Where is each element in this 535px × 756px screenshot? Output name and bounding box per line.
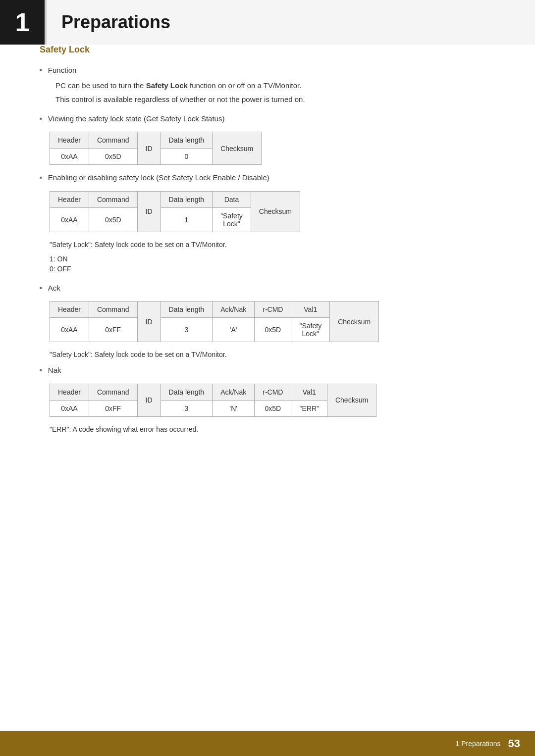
chapter-title: Preparations	[61, 12, 170, 33]
th-acknak-ack: Ack/Nak	[213, 302, 255, 318]
bullet-viewing: ■ Viewing the safety lock state (Get Saf…	[40, 113, 495, 125]
th-datalength-2: Data length	[160, 191, 213, 207]
td-n-nak: 'N'	[213, 400, 255, 416]
table-enabling: Header Command ID Data length Data Check…	[50, 191, 300, 232]
th-datalength-nak: Data length	[160, 384, 213, 400]
bullet-function: ■ Function	[40, 65, 495, 76]
td-0x5d-1: 0x5D	[89, 149, 137, 165]
th-data-2: Data	[213, 191, 251, 207]
td-0x5d-2: 0x5D	[89, 207, 137, 232]
page-footer: 1 Preparations 53	[0, 731, 535, 756]
chapter-title-box: Preparations	[45, 0, 535, 45]
note-safety-lock-code: "Safety Lock": Safety lock code to be se…	[50, 240, 495, 250]
bullet-dot-4: ■	[40, 286, 42, 290]
note-off: 0: OFF	[50, 265, 495, 273]
th-acknak-nak: Ack/Nak	[213, 384, 255, 400]
td-safetylock-2: "SafetyLock"	[213, 207, 251, 232]
bullet-nak: ■ Nak	[40, 365, 495, 376]
th-datalength-ack: Data length	[160, 302, 213, 318]
function-line-2: This control is available regardless of …	[55, 94, 495, 105]
th-command-ack: Command	[89, 302, 137, 318]
th-header-2: Header	[50, 191, 89, 207]
td-0xff-nak: 0xFF	[89, 400, 137, 416]
note-on: 1: ON	[50, 255, 495, 263]
td-err-nak: "ERR"	[291, 400, 327, 416]
th-command-nak: Command	[89, 384, 137, 400]
th-checksum-ack: Checksum	[330, 302, 379, 342]
td-0xaa-2: 0xAA	[50, 207, 89, 232]
th-header-ack: Header	[50, 302, 89, 318]
bullet-dot-2: ■	[40, 116, 42, 121]
td-3-ack: 3	[160, 318, 213, 342]
bullet-ack: ■ Ack	[40, 283, 495, 294]
th-id-1: ID	[137, 132, 160, 165]
th-checksum-2: Checksum	[251, 191, 300, 232]
td-0xaa-ack: 0xAA	[50, 318, 89, 342]
td-1-2: 1	[160, 207, 213, 232]
td-0-1: 0	[160, 149, 213, 165]
bullet-ack-label: Ack	[48, 283, 60, 294]
td-0x5d-nak: 0x5D	[255, 400, 291, 416]
td-3-nak: 3	[160, 400, 213, 416]
th-val1-nak: Val1	[291, 384, 327, 400]
bullet-enabling: ■ Enabling or disabling safety lock (Set…	[40, 172, 495, 184]
td-0xaa-nak: 0xAA	[50, 400, 89, 416]
section-title: Safety Lock	[40, 45, 495, 55]
bullet-viewing-label: Viewing the safety lock state (Get Safet…	[48, 113, 225, 125]
note-safety-lock-code-ack: "Safety Lock": Safety lock code to be se…	[50, 350, 495, 360]
bullet-enabling-label: Enabling or disabling safety lock (Set S…	[48, 172, 269, 184]
td-0xaa-1: 0xAA	[50, 149, 89, 165]
th-id-nak: ID	[137, 384, 160, 416]
safety-lock-bold: Safety Lock	[146, 81, 188, 90]
bullet-nak-label: Nak	[48, 365, 61, 376]
bullet-dot-1: ■	[40, 68, 42, 72]
note-err: "ERR": A code showing what error has occ…	[50, 424, 495, 435]
main-content: Safety Lock ■ Function PC can be used to…	[0, 45, 535, 479]
chapter-number: 1	[15, 7, 30, 37]
bullet-dot-5: ■	[40, 368, 42, 372]
chapter-number-box: 1	[0, 0, 45, 45]
table-viewing-container: Header Command ID Data length Checksum 0…	[50, 132, 495, 165]
th-id-ack: ID	[137, 302, 160, 342]
function-line-1: PC can be used to turn the Safety Lock f…	[55, 80, 495, 92]
footer-page-number: 53	[508, 737, 520, 750]
th-checksum-1: Checksum	[213, 132, 262, 165]
table-ack-container: Header Command ID Data length Ack/Nak r-…	[50, 301, 495, 342]
table-nak-container: Header Command ID Data length Ack/Nak r-…	[50, 384, 495, 417]
th-command-1: Command	[89, 132, 137, 149]
th-rcmd-ack: r-CMD	[255, 302, 291, 318]
th-header-1: Header	[50, 132, 89, 149]
td-safetylock-ack: "SafetyLock"	[291, 318, 330, 342]
td-a-ack: 'A'	[213, 318, 255, 342]
table-nak: Header Command ID Data length Ack/Nak r-…	[50, 384, 376, 417]
bullet-function-label: Function	[48, 65, 77, 76]
td-0xff-ack: 0xFF	[89, 318, 137, 342]
footer-section-label: 1 Preparations	[455, 740, 500, 748]
th-checksum-nak: Checksum	[327, 384, 376, 416]
th-id-2: ID	[137, 191, 160, 232]
table-ack: Header Command ID Data length Ack/Nak r-…	[50, 301, 379, 342]
table-viewing: Header Command ID Data length Checksum 0…	[50, 132, 262, 165]
th-rcmd-nak: r-CMD	[255, 384, 291, 400]
th-command-2: Command	[89, 191, 137, 207]
th-header-nak: Header	[50, 384, 89, 400]
table-enabling-container: Header Command ID Data length Data Check…	[50, 191, 495, 232]
bullet-dot-3: ■	[40, 175, 42, 180]
td-0x5d-ack: 0x5D	[255, 318, 291, 342]
th-val1-ack: Val1	[291, 302, 330, 318]
th-datalength-1: Data length	[160, 132, 213, 149]
